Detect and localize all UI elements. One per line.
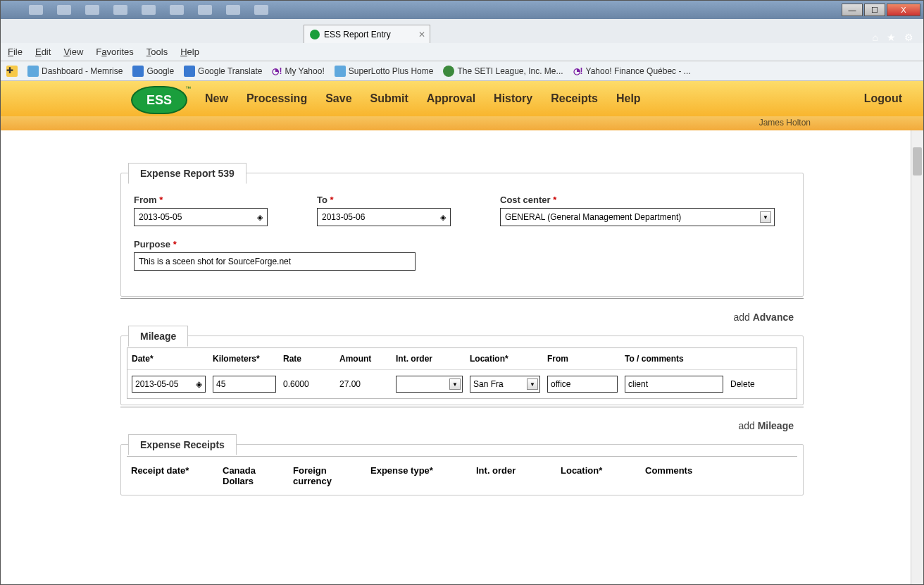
- page-body: Expense Report 539 From * 2013-05-05 ◈ T…: [1, 130, 923, 584]
- add-favorite-icon[interactable]: ✚: [6, 66, 18, 77]
- chevron-down-icon: ▼: [449, 378, 461, 390]
- stop-icon[interactable]: ✕: [292, 26, 304, 39]
- purpose-input[interactable]: This is a sceen shot for SourceForge.net: [134, 252, 416, 271]
- receipts-table: Receipt date* Canada Dollars Foreign cur…: [127, 456, 797, 495]
- window-minimize-button[interactable]: —: [842, 4, 863, 16]
- receipts-panel: Expense Receipts Receipt date* Canada Do…: [120, 444, 804, 495]
- nav-help[interactable]: Help: [616, 92, 641, 105]
- report-panel-title: Expense Report 539: [128, 163, 246, 184]
- menu-view[interactable]: View: [63, 47, 83, 57]
- menu-tools[interactable]: Tools: [146, 47, 168, 57]
- mileage-panel-title: Mileage: [128, 326, 188, 347]
- home-icon[interactable]: ⌂: [873, 32, 878, 43]
- url-text: http://www.expenseservices.net/ess-app/a…: [66, 27, 228, 37]
- nav-forward-button[interactable]: →: [27, 23, 47, 42]
- tab-favicon: [310, 30, 320, 39]
- site-favicon: [54, 27, 63, 37]
- fav-memrise[interactable]: Dashboard - Memrise: [27, 66, 123, 77]
- tab-title: ESS Report Entry: [324, 30, 391, 39]
- trademark: ™: [185, 85, 191, 92]
- fav-seti[interactable]: The SETI League, Inc. Me...: [443, 66, 563, 77]
- search-icon[interactable]: 🔍: [246, 26, 256, 39]
- menu-file[interactable]: File: [8, 47, 23, 57]
- nav-save[interactable]: Save: [325, 92, 351, 105]
- mileage-intorder-select[interactable]: ▼: [396, 376, 463, 393]
- mileage-table: Date* Kilometers* Rate Amount Int. order…: [127, 347, 797, 399]
- window-close-button[interactable]: X: [887, 4, 920, 16]
- user-name: James Holton: [759, 118, 811, 128]
- browser-tab[interactable]: ESS Report Entry ✕: [304, 25, 430, 43]
- refresh-icon[interactable]: ⟳: [275, 26, 287, 39]
- user-bar: James Holton: [1, 116, 923, 130]
- nav-processing[interactable]: Processing: [246, 92, 307, 105]
- mileage-km-input[interactable]: 45: [213, 376, 276, 393]
- from-field: From * 2013-05-05 ◈: [134, 195, 268, 226]
- menu-help[interactable]: Help: [180, 47, 199, 57]
- cost-center-select[interactable]: GENERAL (General Management Department) …: [500, 208, 775, 226]
- calendar-icon[interactable]: ◈: [257, 213, 263, 222]
- fav-my-yahoo[interactable]: ◔!My Yahoo!: [272, 66, 324, 76]
- mileage-from-input[interactable]: office: [547, 376, 618, 393]
- nav-back-button[interactable]: ←: [5, 23, 25, 42]
- browser-window: — ☐ X ← → http://www.expenseservices.net…: [0, 0, 924, 585]
- mileage-amount: 27.00: [339, 379, 389, 389]
- mileage-to-input[interactable]: client: [625, 376, 723, 393]
- receipts-panel-title: Expense Receipts: [128, 434, 237, 455]
- calendar-icon[interactable]: ◈: [440, 213, 446, 222]
- mileage-row: 2013-05-05◈ 45 0.6000 27.00 ▼ San Fra▼ o…: [127, 370, 797, 398]
- tools-icon[interactable]: ⚙: [904, 32, 913, 43]
- compat-icon[interactable]: ▾: [261, 26, 270, 39]
- mileage-delete-link[interactable]: Delete: [730, 379, 773, 389]
- window-titlebar: — ☐ X: [1, 1, 923, 19]
- tab-close-icon[interactable]: ✕: [418, 30, 425, 39]
- fav-superlotto[interactable]: SuperLotto Plus Home: [335, 66, 434, 77]
- menu-favorites[interactable]: Favorites: [96, 47, 133, 57]
- from-date-input[interactable]: 2013-05-05 ◈: [134, 208, 268, 226]
- app-nav: New Processing Save Submit Approval Hist…: [205, 92, 641, 105]
- to-date-input[interactable]: 2013-05-06 ◈: [317, 208, 451, 226]
- fav-google-translate[interactable]: Google Translate: [184, 66, 262, 77]
- nav-history[interactable]: History: [494, 92, 532, 105]
- add-advance-link[interactable]: add Advance: [120, 298, 804, 335]
- nav-approval[interactable]: Approval: [427, 92, 475, 105]
- window-maximize-button[interactable]: ☐: [864, 4, 885, 16]
- address-bar[interactable]: http://www.expenseservices.net/ess-app/a…: [50, 24, 240, 41]
- mileage-date-input[interactable]: 2013-05-05◈: [132, 376, 206, 393]
- fav-google[interactable]: Google: [132, 66, 174, 77]
- logout-link[interactable]: Logout: [864, 92, 902, 105]
- browser-nav-bar: ← → http://www.expenseservices.net/ess-a…: [1, 19, 923, 46]
- nav-submit[interactable]: Submit: [370, 92, 408, 105]
- cost-center-field: Cost center * GENERAL (General Managemen…: [500, 195, 775, 226]
- favorites-icon[interactable]: ★: [887, 32, 896, 43]
- taskbar-background: [1, 5, 840, 15]
- vertical-scrollbar[interactable]: [911, 130, 923, 584]
- ess-logo: ESS: [131, 86, 187, 114]
- favorites-bar: ✚ Dashboard - Memrise Google Google Tran…: [1, 61, 923, 81]
- chevron-down-icon[interactable]: ▼: [760, 211, 771, 223]
- nav-new[interactable]: New: [205, 92, 228, 105]
- browser-menu-bar: File Edit View Favorites Tools Help: [1, 43, 923, 61]
- nav-receipts[interactable]: Receipts: [551, 92, 598, 105]
- address-bar-controls: 🔍 ▾ ⟳ ✕: [246, 26, 304, 39]
- toolbar-icons: ⌂ ★ ⚙: [873, 32, 923, 43]
- purpose-field: Purpose * This is a sceen shot for Sourc…: [134, 239, 416, 271]
- mileage-panel: Mileage Date* Kilometers* Rate Amount In…: [120, 335, 804, 405]
- menu-edit[interactable]: Edit: [35, 47, 51, 57]
- calendar-icon[interactable]: ◈: [196, 379, 202, 389]
- mileage-location-select[interactable]: San Fra▼: [470, 376, 540, 393]
- mileage-rate: 0.6000: [283, 379, 332, 389]
- app-header: ESS ™ New Processing Save Submit Approva…: [1, 81, 923, 116]
- to-field: To * 2013-05-06 ◈: [317, 195, 451, 226]
- fav-yahoo-finance[interactable]: ◔!Yahoo! Finance Québec - ...: [573, 66, 691, 76]
- chevron-down-icon: ▼: [527, 378, 538, 390]
- report-panel: Expense Report 539 From * 2013-05-05 ◈ T…: [120, 173, 804, 297]
